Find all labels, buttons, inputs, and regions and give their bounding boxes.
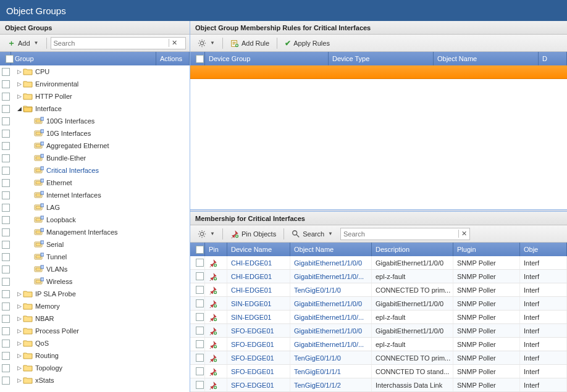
device-name-cell[interactable]: SIN-EDGE01	[227, 297, 290, 310]
table-row[interactable]: SFO-EDGE01GigabitEthernet1/1/0/...epl-z-…	[190, 338, 567, 351]
pin-cell[interactable]	[205, 378, 227, 391]
col-d[interactable]: D	[539, 52, 567, 65]
tree-row-checkbox[interactable]	[2, 68, 10, 76]
device-name-cell[interactable]: SIN-EDGE01	[227, 311, 290, 323]
tree-row[interactable]: ▷xStats	[0, 374, 190, 386]
col-actions[interactable]: Actions	[156, 52, 190, 65]
tree-row[interactable]: Tunnel	[0, 251, 190, 263]
search-dropdown-button[interactable]: Search ▼	[288, 228, 337, 240]
tree-row[interactable]: Critical Interfaces	[0, 164, 190, 177]
device-name-cell[interactable]: CHI-EDGE01	[227, 270, 290, 283]
tree-row-checkbox[interactable]	[2, 241, 10, 249]
device-name-cell[interactable]: CHI-EDGE01	[227, 283, 290, 296]
object-name-cell[interactable]: GigabitEthernet1/1/0/...	[290, 270, 372, 283]
tree-row[interactable]: ▷Memory	[0, 300, 190, 312]
row-checkbox[interactable]	[196, 381, 204, 389]
rules-highlighted-row[interactable]	[190, 65, 567, 79]
tree-row-checkbox[interactable]	[2, 204, 10, 212]
tree-row[interactable]: ▷Routing	[0, 349, 190, 362]
expander-icon[interactable]: ▷	[15, 365, 23, 371]
tree-row-checkbox[interactable]	[2, 179, 10, 187]
rules-gear-button[interactable]: ▼	[194, 38, 219, 49]
table-row[interactable]: CHI-EDGE01GigabitEthernet1/1/0/...epl-z-…	[190, 270, 567, 283]
object-name-cell[interactable]: GigabitEthernet1/1/0/...	[290, 338, 372, 351]
tree-row[interactable]: Internet Interfaces	[0, 189, 190, 201]
tree-row[interactable]: Bundle-Ether	[0, 152, 190, 164]
membership-search[interactable]: ✕	[340, 228, 470, 240]
tree-row[interactable]: Loopback	[0, 214, 190, 226]
pin-cell[interactable]	[205, 338, 227, 351]
tree-row[interactable]: Aggregated Ethernet	[0, 140, 190, 152]
tree-row-checkbox[interactable]	[2, 93, 10, 101]
table-row[interactable]: CHI-EDGE01GigabitEthernet1/1/0/0GigabitE…	[190, 256, 567, 270]
object-group-tree[interactable]: ▷CPU▷Environmental▷HTTP Poller◢Interface…	[0, 65, 190, 392]
row-checkbox[interactable]	[196, 299, 204, 307]
row-checkbox[interactable]	[196, 259, 204, 267]
row-checkbox[interactable]	[196, 286, 204, 294]
membership-search-input[interactable]	[341, 229, 458, 239]
expander-icon[interactable]: ▷	[15, 291, 23, 297]
rules-checkall[interactable]	[196, 55, 204, 63]
expander-icon[interactable]: ▷	[15, 303, 23, 309]
pin-cell[interactable]	[205, 311, 227, 323]
row-checkbox[interactable]	[196, 367, 204, 375]
table-row[interactable]: SFO-EDGE01GigabitEthernet1/1/0/0GigabitE…	[190, 324, 567, 338]
tree-row-checkbox[interactable]	[2, 154, 10, 162]
tree-row-checkbox[interactable]	[2, 228, 10, 236]
tree-row-checkbox[interactable]	[2, 352, 10, 360]
col-obj[interactable]: Obje	[520, 243, 567, 256]
tree-row[interactable]: 100G Interfaces	[0, 115, 190, 127]
tree-row-checkbox[interactable]	[2, 117, 10, 125]
tree-row[interactable]: Management Interfaces	[0, 226, 190, 238]
pin-cell[interactable]	[205, 324, 227, 337]
device-name-cell[interactable]: SFO-EDGE01	[227, 378, 290, 391]
tree-row-checkbox[interactable]	[2, 364, 10, 372]
tree-search-input[interactable]	[51, 38, 169, 48]
device-name-cell[interactable]: CHI-EDGE01	[227, 256, 290, 269]
col-pin[interactable]: Pin	[205, 243, 227, 256]
table-row[interactable]: SIN-EDGE01GigabitEthernet1/1/0/...epl-z-…	[190, 311, 567, 324]
device-name-cell[interactable]: SFO-EDGE01	[227, 324, 290, 337]
tree-row[interactable]: ▷NBAR	[0, 312, 190, 325]
tree-row-checkbox[interactable]	[2, 278, 10, 286]
object-name-cell[interactable]: TenGigE0/1/1/1	[290, 365, 372, 378]
device-name-cell[interactable]: SFO-EDGE01	[227, 338, 290, 351]
device-name-cell[interactable]: SFO-EDGE01	[227, 365, 290, 378]
expander-icon[interactable]: ▷	[15, 93, 23, 99]
expander-icon[interactable]: ▷	[15, 377, 23, 383]
tree-row[interactable]: ▷CPU	[0, 65, 190, 78]
add-button[interactable]: ＋ Add ▼	[4, 36, 43, 50]
tree-row-checkbox[interactable]	[2, 191, 10, 199]
tree-row[interactable]: ▷IP SLA Probe	[0, 288, 190, 300]
col-device-name[interactable]: Device Name	[227, 243, 290, 256]
tree-row[interactable]: ▷QoS	[0, 337, 190, 349]
tree-row[interactable]: VLANs	[0, 263, 190, 275]
add-rule-button[interactable]: Add Rule	[227, 38, 273, 49]
table-row[interactable]: SFO-EDGE01TenGigE0/1/1/2Interchassis Dat…	[190, 378, 567, 392]
membership-checkall[interactable]	[196, 246, 204, 254]
tree-row-checkbox[interactable]	[2, 105, 10, 113]
expander-icon[interactable]: ▷	[15, 81, 23, 87]
table-row[interactable]: SIN-EDGE01GigabitEthernet1/1/0/0GigabitE…	[190, 297, 567, 311]
object-name-cell[interactable]: GigabitEthernet1/1/0/...	[290, 311, 372, 323]
object-name-cell[interactable]: TenGigE0/1/1/0	[290, 351, 372, 364]
object-name-cell[interactable]: TenGigE0/1/1/2	[290, 378, 372, 391]
tree-row-checkbox[interactable]	[2, 377, 10, 385]
expander-icon[interactable]: ▷	[15, 340, 23, 346]
device-name-cell[interactable]: SFO-EDGE01	[227, 351, 290, 364]
pin-cell[interactable]	[205, 270, 227, 283]
tree-row-checkbox[interactable]	[2, 290, 10, 298]
row-checkbox[interactable]	[196, 272, 204, 280]
col-group[interactable]: Group	[11, 52, 156, 65]
tree-row[interactable]: ▷Process Poller	[0, 325, 190, 337]
tree-row-checkbox[interactable]	[2, 142, 10, 150]
tree-row[interactable]: ▷Topology	[0, 362, 190, 374]
col-plugin[interactable]: Plugin	[453, 243, 520, 256]
expander-icon[interactable]: ▷	[15, 328, 23, 334]
tree-search[interactable]: ✕	[51, 37, 187, 49]
tree-row-checkbox[interactable]	[2, 80, 10, 88]
apply-rules-button[interactable]: ✔ Apply Rules	[281, 38, 334, 49]
tree-row[interactable]: 10G Interfaces	[0, 127, 190, 140]
table-row[interactable]: SFO-EDGE01TenGigE0/1/1/1CONNCTED TO stan…	[190, 365, 567, 378]
pin-cell[interactable]	[205, 351, 227, 364]
